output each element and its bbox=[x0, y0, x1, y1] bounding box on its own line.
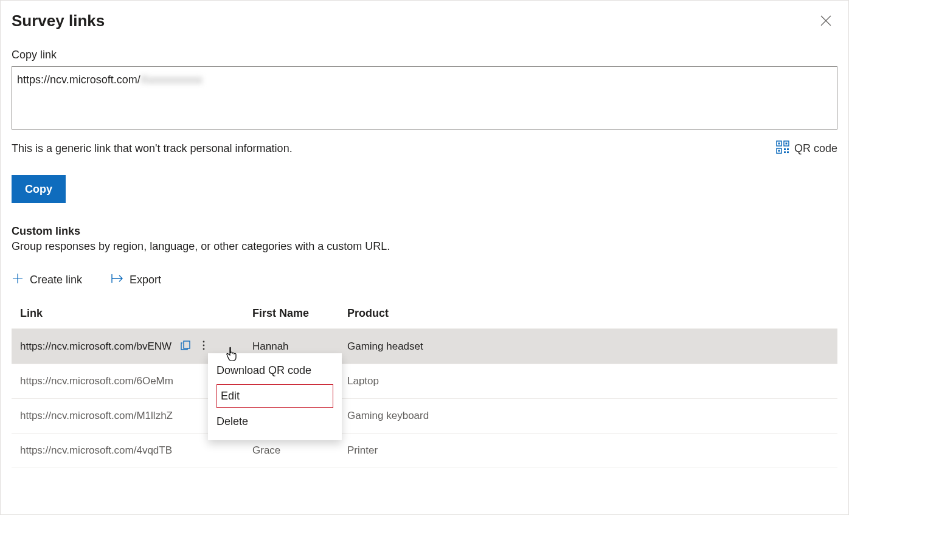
copy-icon bbox=[180, 340, 191, 353]
create-link-button[interactable]: Create link bbox=[12, 272, 82, 288]
qr-code-link[interactable]: QR code bbox=[776, 140, 837, 157]
copy-row-link-button[interactable] bbox=[180, 340, 191, 353]
row-link-url: https://ncv.microsoft.com/4vqdTB bbox=[20, 444, 172, 456]
close-icon bbox=[820, 15, 831, 26]
row-link-url: https://ncv.microsoft.com/6OeMm bbox=[20, 375, 173, 387]
export-label: Export bbox=[130, 274, 161, 286]
table-row[interactable]: https://ncv.microsoft.com/M1llzhZ Gaming… bbox=[12, 399, 837, 434]
row-link-url: https://ncv.microsoft.com/bvENW bbox=[20, 340, 171, 353]
svg-rect-8 bbox=[784, 151, 786, 153]
svg-rect-9 bbox=[787, 151, 789, 153]
copy-link-helper-text: This is a generic link that won't track … bbox=[12, 142, 293, 155]
copy-link-url-blurred-tail: Xxxxxxxxxxx bbox=[140, 74, 203, 86]
svg-point-11 bbox=[203, 341, 205, 343]
helper-row: This is a generic link that won't track … bbox=[12, 140, 837, 157]
survey-links-dialog: Survey links Copy link https://ncv.micro… bbox=[0, 0, 849, 515]
col-header-first-name[interactable]: First Name bbox=[244, 299, 339, 329]
svg-point-13 bbox=[203, 348, 205, 350]
export-button[interactable]: Export bbox=[110, 272, 161, 288]
row-more-button[interactable] bbox=[202, 340, 206, 353]
svg-rect-6 bbox=[784, 148, 786, 150]
copy-link-url-prefix: https://ncv.microsoft.com/ bbox=[17, 74, 140, 86]
custom-links-section: Custom links Group responses by region, … bbox=[1, 225, 848, 288]
copy-button[interactable]: Copy bbox=[12, 175, 66, 203]
qr-code-label: QR code bbox=[794, 142, 837, 155]
dialog-title: Survey links bbox=[12, 12, 105, 30]
export-icon bbox=[110, 272, 123, 288]
copy-link-label: Copy link bbox=[12, 49, 837, 61]
dialog-header: Survey links bbox=[1, 12, 848, 30]
col-header-product[interactable]: Product bbox=[339, 299, 837, 329]
svg-rect-5 bbox=[778, 150, 780, 152]
custom-links-table-wrap: Link First Name Product https://ncv.micr… bbox=[1, 299, 848, 468]
more-vertical-icon bbox=[202, 340, 206, 353]
copy-link-textarea[interactable]: https://ncv.microsoft.com/Xxxxxxxxxxx bbox=[12, 66, 837, 130]
custom-links-table: Link First Name Product https://ncv.micr… bbox=[12, 299, 837, 468]
table-header-row: Link First Name Product bbox=[12, 299, 837, 329]
table-row[interactable]: https://ncv.microsoft.com/4vqdTB Grace P… bbox=[12, 434, 837, 468]
row-context-menu: Download QR code Edit Delete bbox=[208, 353, 342, 440]
cell-product: Gaming headset bbox=[339, 329, 837, 364]
plus-icon bbox=[12, 272, 24, 288]
svg-rect-3 bbox=[785, 143, 787, 145]
qr-icon bbox=[776, 140, 789, 157]
ctx-edit[interactable]: Edit bbox=[217, 384, 333, 408]
col-header-link[interactable]: Link bbox=[12, 299, 244, 329]
svg-rect-7 bbox=[787, 148, 789, 150]
close-button[interactable] bbox=[818, 13, 834, 29]
copy-link-section: Copy link https://ncv.microsoft.com/Xxxx… bbox=[1, 49, 848, 203]
ctx-download-qr[interactable]: Download QR code bbox=[208, 358, 342, 383]
row-link-url: https://ncv.microsoft.com/M1llzhZ bbox=[20, 410, 173, 421]
table-row[interactable]: https://ncv.microsoft.com/bvENW bbox=[12, 329, 837, 364]
cell-product: Laptop bbox=[339, 364, 837, 399]
custom-links-subtext: Group responses by region, language, or … bbox=[12, 240, 837, 253]
svg-point-12 bbox=[203, 345, 205, 347]
custom-links-actions: Create link Export bbox=[12, 272, 837, 288]
table-row[interactable]: https://ncv.microsoft.com/6OeMm Laptop bbox=[12, 364, 837, 399]
svg-rect-1 bbox=[778, 143, 780, 145]
custom-links-heading: Custom links bbox=[12, 225, 837, 238]
create-link-label: Create link bbox=[30, 274, 82, 286]
ctx-delete[interactable]: Delete bbox=[208, 409, 342, 434]
cell-product: Gaming keyboard bbox=[339, 399, 837, 434]
svg-rect-10 bbox=[184, 341, 190, 348]
cell-product: Printer bbox=[339, 434, 837, 468]
